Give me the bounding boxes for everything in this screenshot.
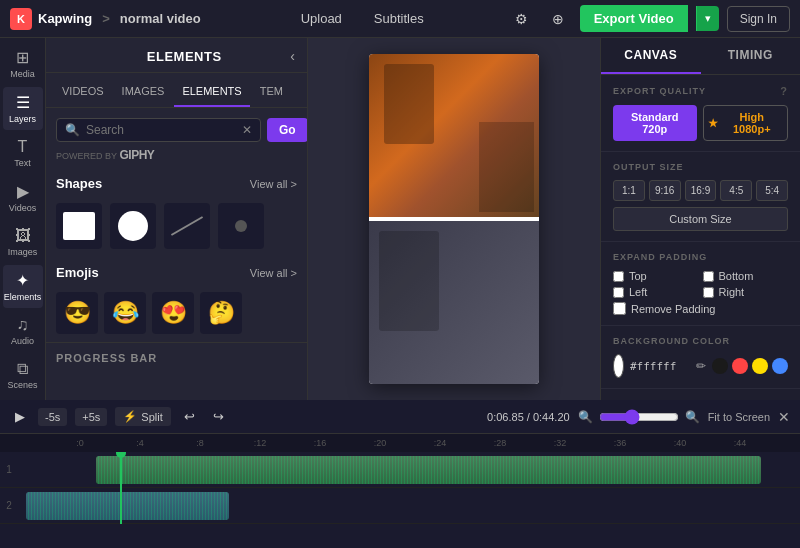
icon-sidebar: ⊞ Media ☰ Layers T Text ▶ Videos 🖼 Image…	[0, 38, 46, 400]
export-button[interactable]: Export Video	[580, 5, 688, 32]
giphy-brand-label: GIPHY	[120, 148, 155, 162]
color-swatches	[712, 358, 788, 374]
color-hex-input[interactable]	[630, 360, 690, 373]
color-preview[interactable]	[613, 354, 624, 378]
padding-left-checkbox[interactable]	[613, 287, 624, 298]
padding-right-label: Right	[719, 286, 745, 298]
go-button[interactable]: Go	[267, 118, 308, 142]
tab-images[interactable]: IMAGES	[114, 81, 173, 107]
size-9-16[interactable]: 9:16	[649, 180, 681, 201]
fit-to-screen-button[interactable]: Fit to Screen	[708, 411, 770, 423]
padding-top-checkbox[interactable]	[613, 271, 624, 282]
star-icon: ★	[708, 117, 718, 130]
progress-bar-section: PROGRESS BAR	[46, 342, 307, 373]
padding-right-checkbox[interactable]	[703, 287, 714, 298]
emojis-view-all[interactable]: View all >	[250, 267, 297, 279]
play-button[interactable]: ▶	[10, 406, 30, 427]
right-panel-tabs: CANVAS TIMING	[601, 38, 800, 75]
playhead	[120, 452, 122, 524]
ruler-mark-3: :12	[230, 438, 290, 448]
sidebar-item-layers[interactable]: ☰ Layers	[3, 87, 43, 130]
close-timeline-button[interactable]: ✕	[778, 409, 790, 425]
upload-button[interactable]: Upload	[295, 7, 348, 30]
zoom-out-icon: 🔍	[578, 410, 593, 424]
export-dropdown-button[interactable]: ▾	[696, 6, 719, 31]
panel-title: ELEMENTS	[78, 49, 290, 64]
shape-circle[interactable]	[110, 203, 156, 249]
emoji-1[interactable]: 😂	[104, 292, 146, 334]
settings-icon[interactable]: ⚙	[508, 5, 536, 33]
canvas-content	[369, 54, 539, 384]
custom-size-button[interactable]: Custom Size	[613, 207, 788, 231]
logo-icon: K	[10, 8, 32, 30]
share-icon[interactable]: ⊕	[544, 5, 572, 33]
sidebar-item-text-label: Text	[14, 158, 31, 168]
tab-canvas[interactable]: CANVAS	[601, 38, 701, 74]
line-shape	[171, 216, 203, 236]
remove-padding-item: Remove Padding	[613, 302, 788, 315]
elements-panel: ELEMENTS ‹ VIDEOS IMAGES ELEMENTS TEM 🔍 …	[46, 38, 308, 400]
tab-tem[interactable]: TEM	[252, 81, 291, 107]
search-row: 🔍 ✕ Go	[46, 108, 307, 146]
standard-quality-button[interactable]: Standard 720p	[613, 105, 697, 141]
undo-button[interactable]: ↩	[179, 406, 200, 427]
swatch-black[interactable]	[712, 358, 728, 374]
split-button[interactable]: ⚡ Split	[115, 407, 170, 426]
size-1-1[interactable]: 1:1	[613, 180, 645, 201]
shapes-title: Shapes	[56, 176, 102, 191]
swatch-yellow[interactable]	[752, 358, 768, 374]
sidebar-item-elements[interactable]: ✦ Elements	[3, 265, 43, 308]
shape-more[interactable]	[218, 203, 264, 249]
size-4-5[interactable]: 4:5	[720, 180, 752, 201]
sidebar-item-scenes[interactable]: ⧉ Scenes	[3, 354, 43, 396]
timeline-ruler: :0 :4 :8 :12 :16 :20 :24 :28 :32 :36 :40…	[0, 434, 800, 452]
search-input[interactable]	[86, 123, 236, 137]
high-quality-button[interactable]: ★ High 1080p+	[703, 105, 789, 141]
video-icon: ▶	[17, 182, 29, 201]
skip-back-button[interactable]: -5s	[38, 408, 67, 426]
help-icon[interactable]: ?	[780, 85, 788, 97]
size-16-9[interactable]: 16:9	[685, 180, 717, 201]
sidebar-item-text[interactable]: T Text	[3, 132, 43, 174]
audio-icon: ♫	[17, 316, 29, 334]
panel-close-button[interactable]: ‹	[290, 48, 295, 64]
topbar-center: Upload Subtitles	[295, 7, 430, 30]
sidebar-item-media[interactable]: ⊞ Media	[3, 42, 43, 85]
emoji-3[interactable]: 🤔	[200, 292, 242, 334]
emojis-title: Emojis	[56, 265, 99, 280]
breadcrumb-separator: >	[102, 11, 110, 26]
padding-bottom-label: Bottom	[719, 270, 754, 282]
tab-elements[interactable]: ELEMENTS	[174, 81, 249, 107]
padding-bottom-item: Bottom	[703, 270, 789, 282]
emoji-0[interactable]: 😎	[56, 292, 98, 334]
emoji-2[interactable]: 😍	[152, 292, 194, 334]
signin-button[interactable]: Sign In	[727, 6, 790, 32]
shape-line[interactable]	[164, 203, 210, 249]
track-clip-1[interactable]	[96, 456, 761, 484]
search-clear-button[interactable]: ✕	[242, 123, 252, 137]
padding-bottom-checkbox[interactable]	[703, 271, 714, 282]
elements-icon: ✦	[16, 271, 29, 290]
remove-padding-checkbox[interactable]	[613, 302, 626, 315]
zoom-slider[interactable]	[599, 409, 679, 425]
shape-rectangle[interactable]	[56, 203, 102, 249]
tab-timing[interactable]: TIMING	[701, 38, 801, 74]
swatch-blue[interactable]	[772, 358, 788, 374]
sidebar-item-audio[interactable]: ♫ Audio	[3, 310, 43, 352]
ruler-mark-6: :24	[410, 438, 470, 448]
shapes-view-all[interactable]: View all >	[250, 178, 297, 190]
subtitles-button[interactable]: Subtitles	[368, 7, 430, 30]
ruler-mark-2: :8	[170, 438, 230, 448]
swatch-red[interactable]	[732, 358, 748, 374]
tab-videos[interactable]: VIDEOS	[54, 81, 112, 107]
sidebar-item-images-label: Images	[8, 247, 38, 257]
color-picker-icon[interactable]: ✏	[696, 359, 706, 373]
canvas-area	[308, 38, 600, 400]
skip-forward-button[interactable]: +5s	[75, 408, 107, 426]
expand-padding-label: EXPAND PADDING	[613, 252, 788, 262]
redo-button[interactable]: ↪	[208, 406, 229, 427]
track-clip-2[interactable]	[26, 492, 229, 520]
size-5-4[interactable]: 5:4	[756, 180, 788, 201]
sidebar-item-images[interactable]: 🖼 Images	[3, 221, 43, 263]
sidebar-item-videos[interactable]: ▶ Videos	[3, 176, 43, 219]
